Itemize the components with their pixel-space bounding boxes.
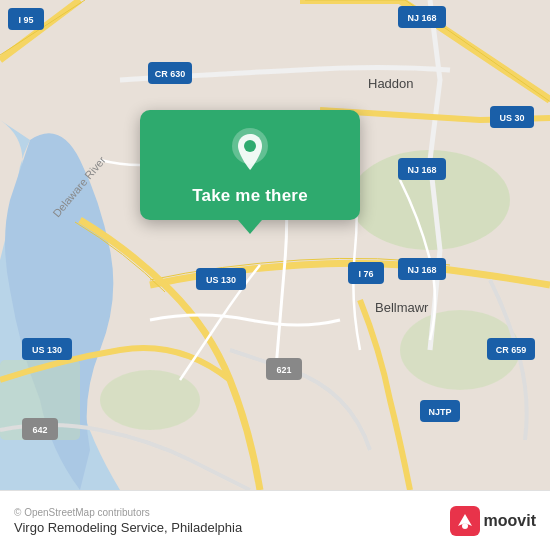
copyright-text: © OpenStreetMap contributors <box>14 507 242 518</box>
svg-point-37 <box>462 523 468 529</box>
svg-text:Haddon: Haddon <box>368 76 414 91</box>
svg-point-35 <box>244 140 256 152</box>
svg-text:NJ 168: NJ 168 <box>407 165 436 175</box>
svg-point-3 <box>100 370 200 430</box>
map-svg: I 95 NJ 168 CR 630 US 30 US 130 I 76 NJ … <box>0 0 550 490</box>
svg-text:US 130: US 130 <box>206 275 236 285</box>
map-container: I 95 NJ 168 CR 630 US 30 US 130 I 76 NJ … <box>0 0 550 490</box>
svg-text:642: 642 <box>32 425 47 435</box>
svg-text:US 30: US 30 <box>499 113 524 123</box>
svg-text:NJTP: NJTP <box>428 407 451 417</box>
svg-text:I 95: I 95 <box>18 15 33 25</box>
svg-text:CR 659: CR 659 <box>496 345 527 355</box>
location-text: Virgo Remodeling Service, Philadelphia <box>14 520 242 535</box>
svg-text:US 130: US 130 <box>32 345 62 355</box>
moovit-logo: moovit <box>450 506 536 536</box>
svg-text:NJ 168: NJ 168 <box>407 265 436 275</box>
take-me-there-button[interactable]: Take me there <box>192 186 308 206</box>
svg-text:NJ 168: NJ 168 <box>407 13 436 23</box>
svg-text:CR 630: CR 630 <box>155 69 186 79</box>
moovit-word-label: moovit <box>484 512 536 530</box>
location-popup[interactable]: Take me there <box>140 110 360 220</box>
bottom-bar: © OpenStreetMap contributors Virgo Remod… <box>0 490 550 550</box>
svg-text:Bellmawr: Bellmawr <box>375 300 429 315</box>
svg-text:621: 621 <box>276 365 291 375</box>
moovit-icon <box>450 506 480 536</box>
svg-text:I 76: I 76 <box>358 269 373 279</box>
location-pin-icon <box>226 128 274 176</box>
